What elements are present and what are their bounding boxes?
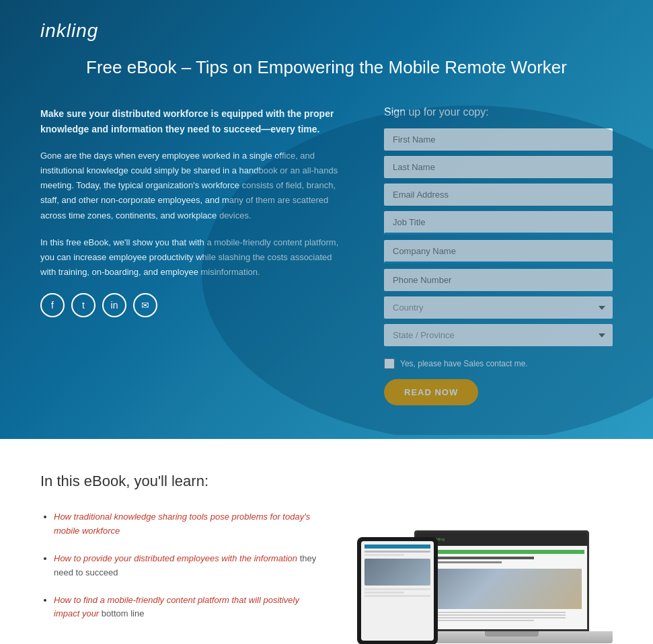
company-name-input[interactable] (384, 240, 613, 264)
learn-list: How traditional knowledge sharing tools … (40, 510, 317, 621)
phone-input[interactable] (384, 269, 613, 291)
hero-content: Make sure your distributed workforce is … (40, 106, 613, 405)
devices-container: inkling (357, 510, 613, 644)
sales-contact-label: Yes, please have Sales contact me. (400, 359, 528, 368)
hero-para1: Gone are the days when every employee wo… (40, 149, 344, 223)
email-input[interactable] (384, 184, 613, 206)
hero-left: Make sure your distributed workforce is … (40, 106, 344, 317)
social-icons: f t in ✉ (40, 293, 344, 317)
lower-title: In this eBook, you'll learn: (40, 473, 613, 490)
sales-contact-row: Yes, please have Sales contact me. (384, 358, 613, 369)
signup-form: Sign up for your copy: Country United St… (384, 106, 613, 405)
linkedin-icon[interactable]: in (102, 293, 126, 317)
country-select[interactable]: Country United States United Kingdom Can… (384, 296, 613, 319)
device-mockup-section: inkling (357, 510, 613, 644)
lower-section: In this eBook, you'll learn: How traditi… (0, 439, 653, 644)
list-item: How to provide your distributed employee… (54, 552, 317, 580)
job-title-input[interactable] (384, 211, 613, 235)
hero-para2: In this free eBook, we'll show you that … (40, 235, 344, 280)
lower-content: How traditional knowledge sharing tools … (40, 510, 613, 644)
bullet-link-1[interactable]: How traditional knowledge sharing tools … (54, 512, 310, 536)
state-select[interactable]: State / Province California New York Tex… (384, 324, 613, 346)
bullet-section: How traditional knowledge sharing tools … (40, 510, 317, 635)
tablet-mockup (357, 537, 438, 644)
hero-title: Free eBook – Tips on Empowering the Mobi… (40, 55, 613, 79)
twitter-icon[interactable]: t (71, 293, 95, 317)
list-item: How to find a mobile-friendly content pl… (54, 594, 317, 622)
list-item: How traditional knowledge sharing tools … (54, 510, 317, 538)
read-now-button[interactable]: READ NOW (384, 379, 478, 405)
first-name-input[interactable] (384, 128, 613, 151)
form-title: Sign up for your copy: (384, 106, 613, 118)
last-name-input[interactable] (384, 156, 613, 178)
laptop-screen: inkling (414, 530, 589, 631)
bullet-text-3: bottom line (102, 608, 145, 618)
sales-contact-checkbox[interactable] (384, 358, 395, 369)
email-icon[interactable]: ✉ (133, 293, 157, 317)
bullet-link-3[interactable]: How to find a mobile-friendly content pl… (54, 595, 299, 619)
logo: inkling (40, 20, 613, 42)
facebook-icon[interactable]: f (40, 293, 65, 317)
tablet-screen (361, 541, 434, 641)
bullet-link-2[interactable]: How to provide your distributed employee… (54, 553, 297, 563)
laptop-mockup: inkling (411, 530, 613, 644)
hero-section: inkling Free eBook – Tips on Empowering … (0, 0, 653, 439)
hero-bold-intro: Make sure your distributed workforce is … (40, 106, 344, 136)
